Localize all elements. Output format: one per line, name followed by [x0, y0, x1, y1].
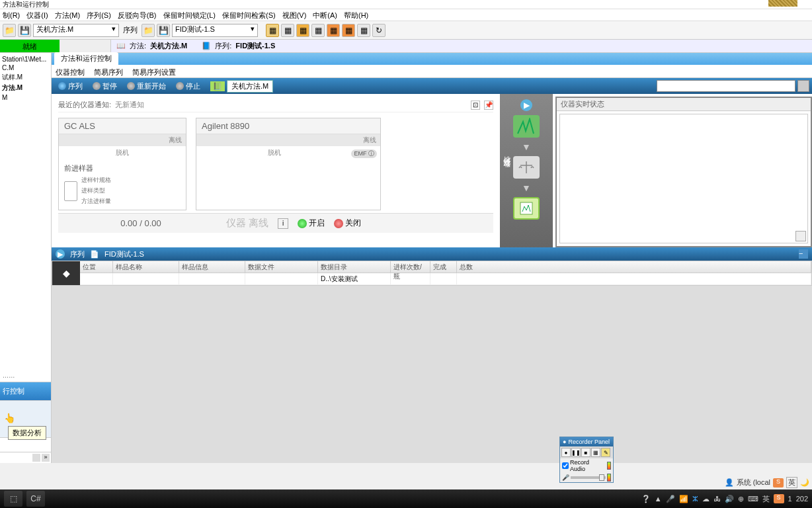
search-input[interactable]: [657, 80, 795, 92]
flow-report-icon[interactable]: [513, 197, 540, 220]
nav-chevron-icon[interactable]: »: [42, 454, 50, 462]
tree-header[interactable]: Station\1\Met...: [2, 55, 49, 64]
tray-kb-icon[interactable]: ⌨: [748, 495, 758, 503]
menu-rtsearch[interactable]: 保留时间检索(S): [222, 11, 276, 19]
th-datadir[interactable]: 数据目录: [318, 261, 391, 273]
power-off-button[interactable]: 关闭: [334, 218, 361, 229]
th-done[interactable]: 完成: [430, 261, 457, 273]
seq-play-icon[interactable]: ▶: [56, 249, 65, 259]
task-app-2[interactable]: C#: [26, 491, 45, 507]
toolbar-save-icon[interactable]: 💾: [18, 24, 31, 37]
menu-abort[interactable]: 中断(A): [313, 11, 337, 19]
slider-thumb[interactable]: [599, 474, 604, 481]
action-stop[interactable]: 停止: [172, 80, 204, 93]
th-sampleinfo[interactable]: 样品信息: [179, 261, 245, 273]
tray-time[interactable]: 1: [788, 495, 792, 503]
tray-date[interactable]: 202: [796, 495, 808, 503]
notif-pin-icon[interactable]: 📌: [484, 101, 493, 110]
tray-ime-icon[interactable]: S: [774, 494, 784, 503]
tray-up-icon[interactable]: ▲: [655, 495, 662, 503]
th-datafile[interactable]: 数据文件: [245, 261, 318, 273]
table-row[interactable]: D..\安装测试: [80, 273, 811, 285]
subtab-instrument[interactable]: 仪器控制: [56, 66, 85, 76]
tray-help-icon[interactable]: ❔: [641, 495, 651, 503]
menu-help[interactable]: 帮助(H): [344, 11, 368, 19]
td-done[interactable]: [430, 273, 457, 284]
action-sequence[interactable]: 序列: [54, 80, 87, 93]
th-position[interactable]: 位置: [80, 261, 113, 273]
action-restart[interactable]: 重新开始: [123, 80, 170, 93]
task-app-1[interactable]: ⬚: [4, 491, 22, 507]
flow-balance-icon[interactable]: [513, 156, 540, 179]
th-samplename[interactable]: 样品名称: [113, 261, 179, 273]
menu-control[interactable]: 制(R): [3, 11, 20, 19]
tray-eq-icon[interactable]: 📶: [679, 495, 688, 503]
toolbar-action3-icon[interactable]: ▦: [296, 24, 309, 37]
toolbar-action1-icon[interactable]: ▦: [266, 24, 279, 37]
th-total[interactable]: 总数: [457, 261, 811, 273]
menu-view[interactable]: 视图(V): [282, 11, 307, 19]
toolbar-action2-icon[interactable]: ▦: [281, 24, 294, 37]
toolbar-action8-icon[interactable]: ↻: [372, 24, 386, 37]
td-injections[interactable]: [391, 273, 430, 284]
record-audio-checkbox[interactable]: [562, 462, 569, 469]
td-position[interactable]: [80, 273, 113, 284]
td-sampleinfo[interactable]: [179, 273, 245, 284]
menu-instrument[interactable]: 仪器(I): [26, 11, 48, 19]
ime-moon-icon[interactable]: 🌙: [800, 478, 809, 487]
card-agilent-8890[interactable]: Agilent 8890 离线 脱机 EMF ⓘ: [196, 118, 381, 210]
method-dropdown[interactable]: 关机方法.M▾: [33, 24, 119, 37]
tray-lang[interactable]: 英: [762, 494, 770, 504]
rec-record-button[interactable]: ●: [561, 448, 571, 457]
menu-rtlock[interactable]: 保留时间锁定(L): [163, 11, 216, 19]
toolbar-action5-icon[interactable]: ▦: [327, 24, 340, 37]
emf-badge[interactable]: EMF ⓘ: [351, 149, 377, 158]
tray-mic-icon[interactable]: 🎤: [666, 495, 675, 503]
search-button[interactable]: [797, 80, 809, 92]
subtab-easyseq[interactable]: 简易序列: [94, 66, 123, 76]
tray-net-icon[interactable]: 🖧: [713, 495, 721, 503]
nav-footer-icon[interactable]: [32, 454, 40, 462]
tray-cloud-icon[interactable]: ☁: [702, 495, 710, 503]
toolbar-action7-icon[interactable]: ▦: [357, 24, 370, 37]
flow-start-icon[interactable]: ▶: [520, 99, 532, 111]
volume-slider[interactable]: [571, 476, 606, 479]
td-samplename[interactable]: [113, 273, 179, 284]
toolbar-action4-icon[interactable]: ▦: [311, 24, 325, 37]
row-handle[interactable]: ◆: [52, 261, 80, 285]
toolbar-folder-icon[interactable]: 📁: [3, 24, 16, 37]
info-icon[interactable]: i: [278, 218, 288, 229]
nav-data-analysis[interactable]: 👆 数据分析: [0, 400, 51, 437]
seq-minimize-icon[interactable]: −: [799, 249, 808, 259]
power-on-button[interactable]: 开启: [298, 218, 325, 229]
td-total[interactable]: [457, 273, 811, 284]
flow-peak-icon[interactable]: [513, 115, 540, 138]
nav-run-control[interactable]: 行控制: [0, 382, 51, 400]
rec-settings-button[interactable]: ▦: [591, 448, 600, 457]
ime-icon[interactable]: S: [773, 478, 784, 487]
rec-stop-button[interactable]: ■: [581, 448, 590, 457]
menu-sequence[interactable]: 序列(S): [87, 11, 111, 19]
tray-globe-icon[interactable]: ⊕: [738, 495, 744, 503]
tree-item-3[interactable]: M: [2, 93, 49, 102]
tree-item-0[interactable]: C.M: [2, 64, 49, 72]
tray-vol-icon[interactable]: 🔊: [725, 495, 734, 503]
recorder-panel[interactable]: ● Recorder Panel ● ❚❚ ■ ▦ ✎ Record Audio…: [559, 437, 614, 483]
menu-wizard[interactable]: 反驳向导(B): [118, 11, 157, 19]
toolbar-seq-folder-icon[interactable]: 📁: [142, 24, 155, 37]
menu-method[interactable]: 方法(M): [55, 11, 81, 19]
tree-item-1[interactable]: 试样.M: [2, 72, 49, 83]
action-pause[interactable]: 暂停: [89, 80, 121, 93]
ime-lang[interactable]: 英: [786, 477, 797, 488]
card-gc-als[interactable]: GC ALS 离线 脱机 前进样器 进样针规格 进样类型 方法进样量: [58, 118, 186, 210]
notif-expand-icon[interactable]: ⊡: [471, 101, 480, 110]
tab-method-run[interactable]: 方法和运行控制: [54, 52, 118, 65]
sequence-dropdown[interactable]: FID测试-1.S▾: [172, 24, 258, 37]
rtstatus-scroll-icon[interactable]: [795, 231, 806, 241]
td-datadir[interactable]: D..\安装测试: [318, 273, 391, 284]
td-datafile[interactable]: [245, 273, 318, 284]
tree-item-2[interactable]: 方法.M: [2, 83, 49, 93]
recorder-title-bar[interactable]: ● Recorder Panel: [560, 437, 613, 446]
subtab-easyseq-setup[interactable]: 简易序列设置: [132, 66, 176, 76]
toolbar-seq-save-icon[interactable]: 💾: [157, 24, 170, 37]
